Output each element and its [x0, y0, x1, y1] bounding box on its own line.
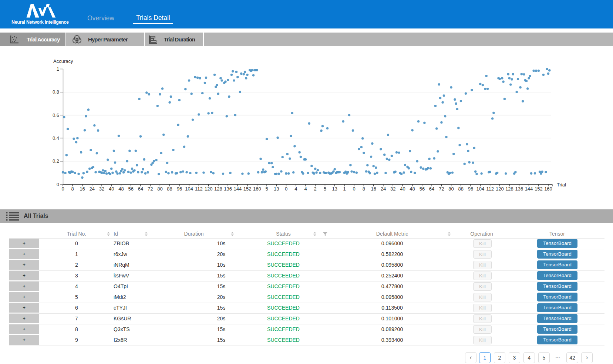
svg-text:13: 13 [332, 186, 337, 192]
svg-text:88: 88 [167, 186, 172, 192]
svg-text:Accuracy: Accuracy [53, 58, 73, 64]
svg-text:1: 1 [57, 66, 59, 72]
svg-text:56: 56 [128, 186, 133, 192]
svg-text:104: 104 [185, 186, 193, 192]
svg-text:5: 5 [324, 186, 326, 192]
svg-text:5: 5 [265, 186, 268, 192]
svg-text:0.2: 0.2 [53, 158, 59, 164]
svg-text:1: 1 [343, 186, 346, 192]
svg-text:Trial: Trial [557, 182, 566, 188]
svg-text:80: 80 [157, 186, 162, 192]
svg-text:32: 32 [390, 186, 395, 192]
svg-text:64: 64 [138, 186, 143, 192]
svg-text:0: 0 [61, 186, 64, 192]
svg-text:80: 80 [448, 186, 454, 192]
svg-text:72: 72 [148, 186, 153, 192]
svg-text:120: 120 [496, 186, 504, 192]
svg-text:112: 112 [486, 186, 494, 192]
svg-text:96: 96 [177, 186, 182, 192]
svg-text:0.4: 0.4 [53, 135, 59, 141]
svg-text:24: 24 [89, 186, 94, 192]
svg-text:4: 4 [294, 186, 297, 192]
svg-text:48: 48 [410, 186, 415, 192]
svg-text:152: 152 [535, 186, 543, 192]
svg-text:40: 40 [400, 186, 405, 192]
svg-text:0.6: 0.6 [53, 112, 59, 118]
svg-text:120: 120 [205, 186, 213, 192]
svg-text:56: 56 [420, 186, 425, 192]
svg-text:72: 72 [439, 186, 444, 192]
svg-text:48: 48 [118, 186, 124, 192]
svg-text:104: 104 [476, 186, 484, 192]
svg-text:4: 4 [304, 186, 307, 192]
svg-text:88: 88 [458, 186, 464, 192]
svg-text:0: 0 [285, 186, 287, 192]
svg-text:32: 32 [99, 186, 104, 192]
svg-text:112: 112 [195, 186, 203, 192]
svg-text:0: 0 [353, 186, 356, 192]
svg-text:160: 160 [544, 186, 552, 192]
svg-text:136: 136 [224, 186, 232, 192]
svg-text:16: 16 [80, 186, 85, 192]
svg-text:96: 96 [468, 186, 473, 192]
svg-text:2: 2 [314, 186, 317, 192]
svg-text:64: 64 [429, 186, 434, 192]
svg-text:0.8: 0.8 [53, 89, 59, 95]
svg-text:152: 152 [243, 186, 252, 192]
svg-text:144: 144 [525, 186, 533, 192]
svg-text:24: 24 [381, 186, 386, 192]
svg-text:40: 40 [109, 186, 114, 192]
svg-text:136: 136 [515, 186, 523, 192]
svg-text:8: 8 [71, 186, 74, 192]
svg-text:128: 128 [505, 186, 513, 192]
svg-text:8: 8 [363, 186, 365, 192]
svg-text:128: 128 [214, 186, 222, 192]
svg-text:144: 144 [233, 186, 242, 192]
svg-text:160: 160 [253, 186, 261, 192]
svg-text:0: 0 [57, 182, 59, 187]
svg-text:16: 16 [371, 186, 376, 192]
svg-text:13: 13 [274, 186, 279, 192]
